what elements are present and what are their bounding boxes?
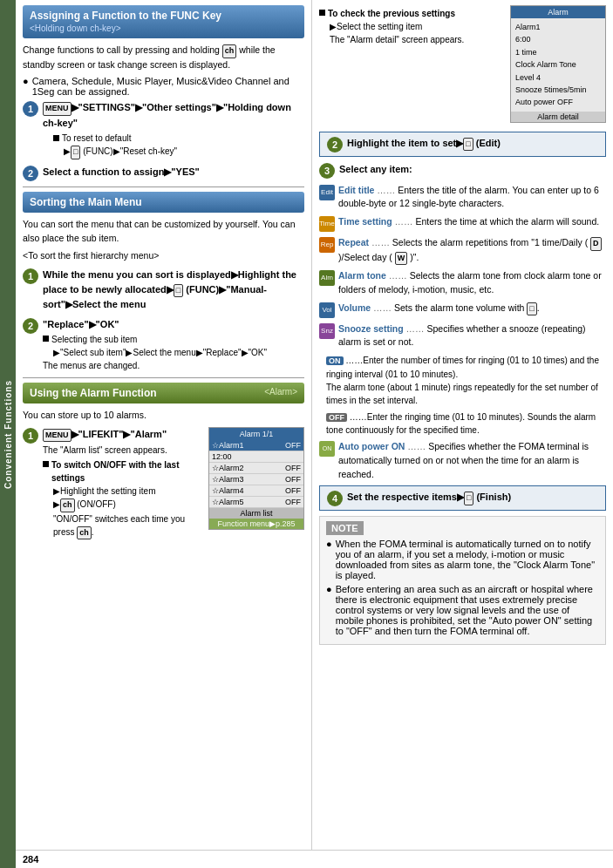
right-step4-circle: 4 (327, 491, 343, 506)
func-step1-content: MENU▶"SETTINGS"▶"Other settings"▶"Holdin… (43, 100, 304, 159)
func-step2-circle: 2 (23, 166, 38, 181)
item-alarm-tone: Alm Alarm tone …… Selects the alarm tone… (319, 269, 606, 297)
black-sq2 (43, 336, 49, 342)
black-sq (53, 135, 59, 141)
alarm-row-5: ☆Alarm5OFF (209, 497, 303, 508)
off-item: OFF ……Enter the ringing time (01 to 10 m… (326, 410, 606, 437)
sub-item-label-container: Selecting the sub item ▶"Select sub item… (43, 333, 304, 372)
alarm-step1-circle: 1 (23, 428, 38, 444)
alarm-row-1: 12:00 (209, 451, 303, 463)
func-step2: 2 Select a function to assign▶"YES" (23, 165, 304, 181)
section-alarm-header: <Alarm> Using the Alarm Function (23, 383, 304, 403)
sort-step1-content: While the menu you can sort is displayed… (43, 268, 304, 312)
alarm-row-0: ☆Alarm1OFF (209, 440, 303, 451)
check-prev-label: To check the previous settings (328, 7, 455, 20)
intro-text: Change functions to call by pressing and… (23, 44, 222, 55)
alarm-step1: 1 MENU▶"LIFEKIT"▶"Alarm" The "Alarm list… (23, 427, 201, 540)
item-volume: Vol Volume …… Sets the alarm tone volume… (319, 302, 606, 318)
func-step1-reset: To reset to default ▶□ (FUNC)▶"Reset ch-… (53, 132, 304, 159)
black-sq4 (319, 10, 325, 16)
alarm-section-title: Using the Alarm Function (30, 387, 157, 399)
alarm-tone-text: Alarm tone …… Selects the alarm tone fro… (338, 269, 606, 297)
alarm-row-4: ☆Alarm4OFF (209, 485, 303, 497)
func-key-bullet-text: Camera, Schedule, Music Player, Music&Vi… (32, 76, 304, 97)
sub-item-label: Selecting the sub item (51, 333, 137, 346)
switch-label: To switch ON/OFF with the last settings (51, 458, 201, 485)
sort-step2-content: "Replace"▶"OK" Selecting the sub item ▶"… (43, 317, 304, 373)
ch-key-badge: ch (222, 44, 237, 58)
reset-text: ▶□ (FUNC)▶"Reset ch-key" (64, 145, 304, 159)
note-bullet1-text: When the FOMA terminal is automatically … (336, 539, 599, 580)
alarm-detail-img-header: Alarm (511, 6, 605, 18)
section-sort-title: Sorting the Main Menu (30, 196, 142, 208)
sidebar-tab: Convenient Functions (0, 0, 16, 868)
ch-key2: ch (60, 498, 75, 512)
page-number: 284 (16, 850, 613, 868)
alarm-body: You can store up to 10 alarms. (23, 409, 304, 423)
volume-text: Volume …… Sets the alarm tone volume wit… (338, 302, 540, 316)
item-snooze: Snz Snooze setting …… Specifies whether … (319, 322, 606, 350)
right-step3-header: Select any item: (339, 162, 606, 177)
right-step4-text: Set the respective items▶□ (Finish) (347, 490, 598, 505)
switch-on-off: To switch ON/OFF with the last settings … (43, 458, 201, 539)
repeat-icon: Rep (319, 237, 335, 253)
note-header: NOTE (326, 521, 364, 535)
menu-key: MENU (43, 102, 72, 116)
func-step2-content: Select a function to assign▶"YES" (43, 165, 304, 180)
right-step2-circle: 2 (327, 137, 343, 153)
time-setting-icon: Time (319, 216, 335, 232)
main-content: Assigning a Function to the FUNC Key <Ho… (16, 0, 613, 868)
func-step1: 1 MENU▶"SETTINGS"▶"Other settings"▶"Hold… (23, 100, 304, 159)
item-edit-title: Edit Edit title …… Enters the title of t… (319, 184, 606, 212)
snooze-text: Snooze setting …… Specifies whether a sn… (338, 322, 606, 350)
sort-step2-text: "Replace"▶"OK" (43, 317, 304, 332)
alarm-list-footer: Function menu▶p.285 (209, 519, 303, 529)
edit-title-icon: Edit (319, 185, 335, 200)
alarm-detail-caption: Alarm detail (511, 112, 605, 122)
section-func-key-title: Assigning a Function to the FUNC Key (30, 10, 221, 22)
reset-label: To reset to default (62, 132, 132, 145)
right-step2: 2 Highlight the item to set▶□ (Edit) (319, 132, 606, 157)
alarm-detail-image: Alarm Alarm1 6:00 1 time Clock Alarm Ton… (503, 5, 606, 126)
alarm-row-3: ☆Alarm3OFF (209, 474, 303, 485)
auto-power-label: Auto power ON (338, 441, 405, 451)
sort-sub: <To sort the first hierarchy menu> (23, 249, 304, 263)
sort-step1-text: While the menu you can sort is displayed… (43, 268, 304, 312)
time-setting-text: Time setting …… Enters the time at which… (338, 215, 599, 229)
right-step2-text: Highlight the item to set▶□ (Edit) (347, 136, 598, 152)
right-step3-content: Select any item: (339, 162, 606, 177)
repeat-text: Repeat …… Selects the alarm repetitions … (338, 236, 606, 265)
alarm-list-image: Alarm 1/1 ☆Alarm1OFF 12:00 ☆Alarm2OFF ☆A… (208, 427, 304, 530)
item-auto-power: ON Auto power ON …… Specifies whether th… (319, 440, 606, 481)
left-column: Assigning a Function to the FUNC Key <Ho… (16, 0, 312, 850)
volume-icon: Vol (319, 302, 335, 318)
edit-title-label: Edit title (338, 185, 374, 195)
right-step3: 3 Select any item: (319, 162, 606, 179)
divider1 (23, 186, 304, 187)
on-desc1: ……Enter the number of times for ringing … (326, 356, 599, 379)
alarm-subtitle: <Alarm> (264, 387, 297, 397)
time-setting-desc: Enters the time at which the alarm will … (416, 216, 600, 227)
on-badge: ON (326, 356, 344, 365)
section-func-key-subtitle: <Holding down ch-key> (30, 24, 121, 33)
volume-label: Volume (338, 302, 371, 313)
note-bullet2: ● Before entering an area such as an air… (326, 584, 599, 636)
on-item: ON ……Enter the number of times for ringi… (326, 354, 606, 407)
section-func-key-header: Assigning a Function to the FUNC Key <Ho… (23, 5, 304, 38)
alarm-list-caption: Alarm list (209, 508, 303, 519)
alarm-tone-icon: Alm (319, 270, 335, 286)
sub-item-text: ▶"Select sub item"▶Select the menu▶"Repl… (53, 346, 304, 359)
off-badge: OFF (326, 413, 347, 422)
alarm-tone-label: Alarm tone (338, 270, 386, 281)
func-key: □ (71, 146, 80, 159)
sort-body1: You can sort the menu that can be custom… (23, 218, 304, 246)
right-step3-circle: 3 (319, 163, 335, 179)
snooze-icon: Snz (319, 323, 335, 339)
time-setting-label: Time setting (338, 216, 392, 227)
sub-item-note: The menus are changed. (43, 359, 304, 372)
alarm-list-note: The "Alarm list" screen appears. (43, 444, 201, 457)
section-sort-header: Sorting the Main Menu (23, 192, 304, 213)
ch-key3: ch (77, 526, 92, 540)
item-time-setting: Time Time setting …… Enters the time at … (319, 215, 606, 232)
repeat-label: Repeat (338, 237, 369, 248)
